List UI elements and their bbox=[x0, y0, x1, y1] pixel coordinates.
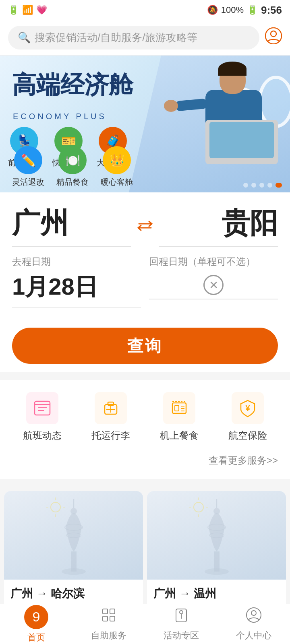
svg-point-1 bbox=[271, 31, 276, 37]
flight-status-label: 航班动态 bbox=[23, 429, 62, 442]
status-time: 9:56 bbox=[261, 4, 282, 17]
battery-percent: 100% bbox=[221, 5, 244, 15]
feature-meal-label: 精品餐食 bbox=[56, 177, 89, 188]
from-city[interactable]: 广州 bbox=[12, 204, 131, 242]
service-insurance[interactable]: ¥ 航空保险 bbox=[228, 392, 267, 442]
return-date-empty[interactable]: ✕ bbox=[149, 271, 278, 299]
svg-rect-7 bbox=[108, 402, 114, 405]
insurance-label: 航空保险 bbox=[228, 429, 267, 442]
departure-date-col[interactable]: 去程日期 1月28日 bbox=[12, 255, 141, 308]
meal-label: 机上餐食 bbox=[160, 429, 199, 442]
feature-refund[interactable]: ✏️ 灵活退改 bbox=[12, 146, 44, 188]
feature-meal[interactable]: 🍽️ 精品餐食 bbox=[56, 146, 89, 188]
bottom-nav: 9 首页 自助服务 活动专区 bbox=[0, 604, 290, 644]
svg-point-34 bbox=[194, 502, 203, 512]
dot-5-active bbox=[276, 183, 282, 188]
dot-1 bbox=[243, 183, 248, 188]
svg-rect-39 bbox=[103, 609, 108, 614]
service-baggage[interactable]: 托运行李 bbox=[91, 392, 130, 442]
nav-activities-label: 活动专区 bbox=[164, 630, 199, 642]
to-city-col[interactable]: 贵阳 bbox=[159, 204, 278, 247]
flight-status-icon bbox=[26, 392, 58, 424]
booking-section: 广州 贵阳 去程日期 1月28日 回程日期（单程可不选） ✕ 查询 bbox=[0, 192, 290, 372]
from-city-col[interactable]: 广州 bbox=[12, 204, 131, 247]
svg-rect-42 bbox=[110, 616, 115, 621]
mute-icon: 🔕 bbox=[207, 5, 218, 15]
feature-cabin-label: 暖心客舱 bbox=[101, 177, 133, 188]
svg-rect-41 bbox=[103, 616, 108, 621]
svg-point-32 bbox=[213, 508, 220, 514]
person-illustration bbox=[161, 60, 282, 188]
nav-profile[interactable]: 个人中心 bbox=[218, 607, 290, 642]
departure-date-label: 去程日期 bbox=[12, 255, 141, 268]
swap-button[interactable] bbox=[131, 212, 159, 240]
date-row: 去程日期 1月28日 回程日期（单程可不选） ✕ bbox=[12, 255, 278, 308]
svg-point-44 bbox=[180, 611, 183, 614]
close-return-button[interactable]: ✕ bbox=[203, 275, 224, 295]
feature-meal-icon: 🍽️ bbox=[58, 146, 87, 174]
nav-home-label: 首页 bbox=[27, 632, 45, 644]
deal-card-1-route: 广州 → 温州 bbox=[153, 586, 280, 601]
feature-refund-icon: ✏️ bbox=[14, 146, 42, 174]
to-city[interactable]: 贵阳 bbox=[159, 204, 278, 242]
battery-icon: 🔋 bbox=[8, 5, 19, 15]
svg-rect-11 bbox=[175, 405, 179, 411]
feature-cabin[interactable]: 👑 暖心客舱 bbox=[101, 146, 133, 188]
search-bar: 🔍 搜索促销活动/自助服务/旅游攻略等 bbox=[0, 20, 290, 56]
user-icon[interactable] bbox=[265, 27, 282, 48]
route-row: 广州 贵阳 bbox=[12, 204, 278, 247]
return-date-label: 回程日期（单程可不选） bbox=[149, 255, 278, 268]
svg-text:¥: ¥ bbox=[245, 404, 250, 413]
return-date-col[interactable]: 回程日期（单程可不选） ✕ bbox=[149, 255, 278, 308]
services-row: 航班动态 托运行李 bbox=[8, 392, 282, 450]
svg-point-21 bbox=[70, 508, 77, 514]
dot-4 bbox=[267, 183, 272, 188]
departure-date-value[interactable]: 1月28日 bbox=[12, 271, 141, 308]
tower-illustration-0 bbox=[44, 495, 104, 576]
svg-rect-18 bbox=[71, 551, 77, 572]
svg-rect-29 bbox=[214, 551, 220, 572]
tower-illustration-1 bbox=[186, 495, 247, 576]
health-icon: 💗 bbox=[36, 5, 47, 15]
status-left-icons: 🔋 📶 💗 bbox=[8, 5, 204, 15]
service-meal[interactable]: 机上餐食 bbox=[160, 392, 199, 442]
deal-card-0-route: 广州 → 哈尔滨 bbox=[10, 586, 137, 601]
feature-refund-label: 灵活退改 bbox=[12, 177, 44, 188]
more-services-link[interactable]: 查看更多服务>> bbox=[8, 450, 282, 475]
feature-cabin-icon: 👑 bbox=[103, 146, 131, 174]
activities-icon bbox=[173, 607, 190, 627]
nav-self-service-label: 自助服务 bbox=[91, 630, 126, 642]
deal-card-0-image bbox=[4, 491, 143, 580]
nav-self-service[interactable]: 自助服务 bbox=[72, 607, 145, 642]
insurance-icon: ¥ bbox=[232, 392, 264, 424]
search-flights-button[interactable]: 查询 bbox=[12, 328, 278, 364]
status-bar: 🔋 📶 💗 🔕 100% 🔋 9:56 bbox=[0, 0, 290, 20]
banner-icons-row2: ✏️ 灵活退改 🍽️ 精品餐食 👑 暖心客舱 bbox=[12, 146, 133, 188]
banner-title: 高端经济舱 bbox=[12, 72, 133, 98]
deal-card-1-image bbox=[147, 491, 286, 580]
profile-icon bbox=[245, 607, 262, 627]
battery-full-icon: 🔋 bbox=[247, 5, 258, 15]
meal-icon bbox=[163, 392, 195, 424]
home-icon: 9 bbox=[24, 605, 48, 629]
dot-3 bbox=[259, 183, 264, 188]
svg-point-23 bbox=[51, 502, 60, 512]
baggage-icon bbox=[95, 392, 127, 424]
banner: 高端经济舱 ECONOMY PLUS 💺 前排选座 🎫 快捷值机 🧳 大额托运 … bbox=[0, 56, 290, 192]
nav-home[interactable]: 9 首页 bbox=[0, 605, 72, 644]
nav-profile-label: 个人中心 bbox=[236, 630, 271, 642]
self-service-icon bbox=[100, 607, 117, 627]
services-section: 航班动态 托运行李 bbox=[0, 380, 290, 479]
svg-point-47 bbox=[251, 611, 256, 615]
banner-dots bbox=[243, 183, 282, 188]
service-flight-status[interactable]: 航班动态 bbox=[23, 392, 62, 442]
dot-2 bbox=[251, 183, 256, 188]
banner-subtitle: ECONOMY PLUS bbox=[13, 112, 107, 121]
nav-activities[interactable]: 活动专区 bbox=[145, 607, 218, 642]
search-input-wrap[interactable]: 🔍 搜索促销活动/自助服务/旅游攻略等 bbox=[8, 26, 259, 50]
svg-rect-40 bbox=[110, 609, 115, 614]
wifi-icon: 📶 bbox=[22, 5, 33, 15]
search-icon: 🔍 bbox=[18, 31, 31, 44]
search-placeholder: 搜索促销活动/自助服务/旅游攻略等 bbox=[35, 31, 197, 45]
baggage-label: 托运行李 bbox=[91, 429, 130, 442]
